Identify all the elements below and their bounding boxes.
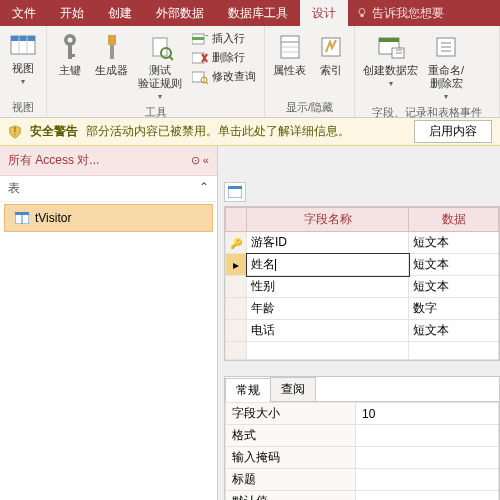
rename-macro-button[interactable]: 重命名/ 删除宏 ▾ — [426, 30, 466, 103]
svg-rect-1 — [361, 15, 364, 17]
prop-row[interactable]: 字段大小10 — [226, 403, 499, 425]
chevron-down-icon: ▾ — [389, 79, 393, 88]
collapse-icon[interactable]: ⊙ « — [191, 154, 209, 167]
prop-value[interactable] — [356, 425, 499, 447]
tab-home[interactable]: 开始 — [48, 0, 96, 26]
enable-content-button[interactable]: 启用内容 — [414, 120, 492, 143]
tab-general[interactable]: 常规 — [225, 378, 271, 402]
cell-name[interactable]: 电话 — [247, 320, 409, 342]
chevron-down-icon: ▾ — [158, 92, 162, 101]
modify-query-button[interactable]: 修改查询 — [190, 68, 258, 85]
tab-dbtools[interactable]: 数据库工具 — [216, 0, 300, 26]
svg-text:!: ! — [14, 125, 17, 137]
prop-value[interactable]: 10 — [356, 403, 499, 425]
builder-icon — [99, 32, 125, 62]
grid-corner — [226, 208, 247, 232]
cell-type[interactable]: 短文本 — [409, 276, 499, 298]
col-field-name[interactable]: 字段名称 — [247, 208, 409, 232]
navigation-pane: 所有 Access 对... ⊙ « 表 ⌃ tVisitor — [0, 146, 218, 500]
cell-type[interactable]: 数字 — [409, 298, 499, 320]
cell-type[interactable]: 短文本 — [409, 320, 499, 342]
delete-row-icon — [192, 51, 208, 65]
property-sheet-button[interactable]: 属性表 — [271, 30, 308, 79]
cell-name[interactable]: 性别 — [247, 276, 409, 298]
tab-design[interactable]: 设计 — [300, 0, 348, 26]
create-macro-button[interactable]: 创建数据宏 ▾ — [361, 30, 420, 90]
ribbon: 视图 ▾ 视图 主键 生成器 测试 验证规则 ▾ + — [0, 26, 500, 118]
tell-me-label: 告诉我您想要 — [372, 5, 444, 22]
rename-macro-icon — [433, 32, 459, 62]
table-row[interactable]: 电话短文本 — [226, 320, 499, 342]
table-row[interactable]: ▸姓名短文本 — [226, 254, 499, 276]
field-properties: 常规 查阅 字段大小10 格式 输入掩码 标题 默认值 验证规则 — [224, 376, 500, 500]
nav-item-tvisitor[interactable]: tVisitor — [4, 204, 213, 232]
prop-row[interactable]: 默认值 — [226, 491, 499, 501]
nav-item-label: tVisitor — [35, 211, 71, 225]
prop-value[interactable] — [356, 469, 499, 491]
group-views: 视图 ▾ 视图 — [0, 26, 47, 117]
chevron-down-icon: ▾ — [21, 77, 25, 86]
cell-type[interactable] — [409, 342, 499, 360]
svg-rect-12 — [153, 38, 167, 56]
svg-line-23 — [206, 82, 208, 84]
table-row[interactable] — [226, 342, 499, 360]
insert-row-icon: + — [192, 32, 208, 46]
tab-file[interactable]: 文件 — [0, 0, 48, 26]
tab-external[interactable]: 外部数据 — [144, 0, 216, 26]
test-rules-button[interactable]: 测试 验证规则 ▾ — [136, 30, 184, 103]
prop-name: 默认值 — [226, 491, 356, 501]
prop-label: 属性表 — [273, 64, 306, 77]
main-area: 所有 Access 对... ⊙ « 表 ⌃ tVisitor 字段名称 数据 … — [0, 146, 500, 500]
modq-label: 修改查询 — [212, 69, 256, 84]
prop-row[interactable]: 输入掩码 — [226, 447, 499, 469]
primary-key-button[interactable]: 主键 — [53, 30, 87, 79]
svg-point-7 — [68, 38, 73, 43]
table-row[interactable]: 年龄数字 — [226, 298, 499, 320]
test-label: 测试 验证规则 — [138, 64, 182, 90]
row-selector[interactable]: ▸ — [226, 254, 247, 276]
nav-category-label: 表 — [8, 180, 20, 197]
cell-name[interactable]: 姓名 — [247, 254, 409, 276]
prop-value[interactable] — [356, 491, 499, 501]
datasheet-icon — [9, 32, 37, 60]
tab-create[interactable]: 创建 — [96, 0, 144, 26]
macro-label: 创建数据宏 — [363, 64, 418, 77]
cell-type[interactable]: 短文本 — [409, 232, 499, 254]
data-macro-icon — [376, 32, 406, 62]
indexes-button[interactable]: 索引 — [314, 30, 348, 79]
prop-row[interactable]: 格式 — [226, 425, 499, 447]
nav-header[interactable]: 所有 Access 对... ⊙ « — [0, 146, 217, 176]
svg-rect-11 — [110, 45, 114, 59]
object-tab[interactable] — [224, 182, 246, 202]
builder-label: 生成器 — [95, 64, 128, 77]
indexes-icon — [318, 32, 344, 62]
security-title: 安全警告 — [30, 123, 78, 140]
key-icon: 🔑 — [230, 238, 242, 249]
key-icon — [57, 32, 83, 62]
nav-title: 所有 Access 对... — [8, 152, 99, 169]
prop-name: 格式 — [226, 425, 356, 447]
cell-name[interactable]: 年龄 — [247, 298, 409, 320]
shield-icon: ! — [8, 125, 22, 139]
table-icon — [15, 212, 29, 224]
delete-row-button[interactable]: 删除行 — [190, 49, 258, 66]
insert-row-button[interactable]: + 插入行 — [190, 30, 258, 47]
prop-row[interactable]: 标题 — [226, 469, 499, 491]
cell-type[interactable]: 短文本 — [409, 254, 499, 276]
svg-rect-30 — [379, 38, 399, 42]
prop-value[interactable] — [356, 447, 499, 469]
nav-category[interactable]: 表 ⌃ — [0, 176, 217, 202]
builder-button[interactable]: 生成器 — [93, 30, 130, 79]
field-grid[interactable]: 字段名称 数据 🔑游客ID短文本 ▸姓名短文本 性别短文本 年龄数字 电话短文本 — [224, 206, 500, 361]
table-row[interactable]: 🔑游客ID短文本 — [226, 232, 499, 254]
tell-me[interactable]: 告诉我您想要 — [348, 0, 452, 26]
security-message[interactable]: 部分活动内容已被禁用。单击此处了解详细信息。 — [86, 123, 350, 140]
table-row[interactable]: 性别短文本 — [226, 276, 499, 298]
cell-name[interactable]: 游客ID — [247, 232, 409, 254]
svg-rect-9 — [68, 54, 75, 57]
svg-rect-3 — [11, 36, 35, 41]
tab-lookup[interactable]: 查阅 — [270, 377, 316, 401]
col-data-type[interactable]: 数据 — [409, 208, 499, 232]
cell-name[interactable] — [247, 342, 409, 360]
view-button[interactable]: 视图 ▾ — [6, 30, 40, 88]
